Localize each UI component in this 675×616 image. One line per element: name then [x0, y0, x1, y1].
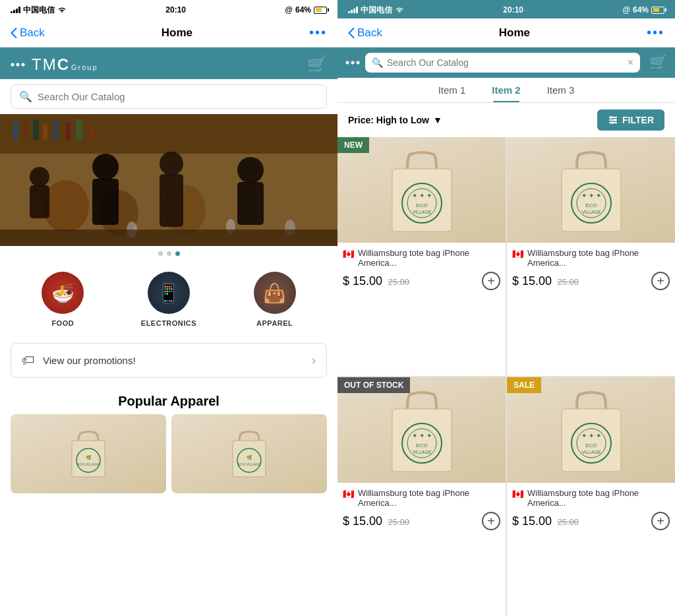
product-name-3: Williamsburg tote bag iPhone America... [358, 488, 500, 508]
price-group-2: $ 15.00 25.00 [512, 274, 579, 288]
tabs-row: Item 1 Item 2 Item 3 [338, 78, 675, 103]
price-original-2: 25.00 [558, 277, 579, 287]
svg-text:ECO VILLAGE: ECO VILLAGE [77, 462, 100, 466]
menu-dots-icon-2[interactable] [345, 57, 360, 68]
svg-rect-6 [13, 121, 18, 140]
svg-text:✦ ✦ ✦: ✦ ✦ ✦ [581, 432, 601, 439]
search-input-1[interactable] [38, 91, 318, 102]
svg-rect-13 [89, 124, 94, 140]
svg-rect-49 [392, 169, 452, 231]
status-left-2: 中国电信 [348, 5, 404, 16]
product-info-2: 🇨🇦 Williamsburg tote bag iPhone America.… [507, 243, 675, 295]
svg-point-42 [357, 61, 360, 65]
product-flag-1: 🇨🇦 [343, 249, 354, 259]
svg-text:VILLAGE: VILLAGE [581, 450, 601, 454]
location-icon-2: @ [622, 5, 630, 15]
search-input-2[interactable] [387, 57, 624, 68]
product-card-4[interactable]: SALE ✦ ✦ ✦ ECO VILLAGE 🇨� [507, 377, 675, 616]
chevron-right-icon: › [312, 354, 316, 367]
status-bar-2: 中国电信 20:10 @ 64% [338, 0, 675, 18]
add-button-3[interactable]: + [482, 512, 500, 530]
category-food[interactable]: 🍜 FOOD [42, 272, 84, 327]
product-card-1[interactable]: NEW ✦ ✦ ✦ ECO VILLAGE 🇨🇦 [338, 137, 506, 376]
svg-rect-5 [0, 114, 338, 154]
product-info-3: 🇨🇦 Williamsburg tote bag iPhone America.… [338, 483, 506, 536]
price-row-1: $ 15.00 25.00 + [343, 272, 500, 290]
search-icon-1: 🔍 [19, 90, 32, 103]
dot-2[interactable] [167, 251, 171, 256]
popular-product-2[interactable]: 🌿 ECO VILLAGE [171, 414, 327, 493]
popular-product-1[interactable]: 🌿 ECO VILLAGE [11, 414, 166, 493]
svg-text:✦ ✦ ✦: ✦ ✦ ✦ [581, 192, 601, 199]
svg-point-14 [43, 180, 89, 233]
category-food-icon: 🍜 [42, 272, 84, 314]
product-name-1: Williamsburg tote bag iPhone America... [358, 248, 500, 268]
svg-rect-12 [76, 119, 82, 140]
product-card-2[interactable]: ✦ ✦ ✦ ECO VILLAGE 🇨🇦 Williamsburg tote b… [507, 137, 675, 376]
clear-search-button[interactable]: × [628, 57, 633, 69]
price-original-1: 25.00 [388, 277, 410, 287]
signal-icon-2 [348, 7, 358, 13]
product-name-row-4: 🇨🇦 Williamsburg tote bag iPhone America.… [512, 488, 670, 508]
product-card-3[interactable]: OUT OF STOCK ✦ ✦ ✦ ECO VILLAGE [338, 377, 506, 616]
price-current-3: $ 15.00 [343, 514, 382, 528]
search-bar-2[interactable]: 🔍 × [365, 53, 640, 73]
add-button-4[interactable]: + [651, 512, 670, 530]
nav-bar-2: Back Home ••• [338, 18, 675, 47]
search-icon-2: 🔍 [372, 57, 383, 68]
tote-bag-2-svg: 🌿 ECO VILLAGE [226, 427, 272, 480]
tote-img-1: ✦ ✦ ✦ ECO VILLAGE [338, 137, 506, 243]
wifi-icon-2 [395, 5, 404, 15]
location-icon: @ [285, 5, 293, 15]
svg-text:🌿: 🌿 [86, 454, 92, 460]
tab-item2[interactable]: Item 2 [479, 78, 533, 102]
promo-banner[interactable]: 🏷 View our promotions! › [11, 343, 327, 378]
tab-item1[interactable]: Item 1 [425, 78, 479, 102]
cart-button-2[interactable]: 🛒 [649, 54, 667, 71]
back-button-2[interactable]: Back [348, 26, 382, 40]
category-apparel-label: APPAREL [256, 319, 293, 327]
popular-product-2-img: 🌿 ECO VILLAGE [171, 414, 327, 493]
price-current-1: $ 15.00 [343, 274, 382, 288]
phone-2: 中国电信 20:10 @ 64% Back [338, 0, 675, 616]
more-button-1[interactable]: ••• [309, 25, 327, 40]
sort-button[interactable]: Price: High to Low ▼ [348, 115, 442, 125]
price-original-3: 25.00 [388, 517, 410, 527]
category-apparel[interactable]: 👜 APPAREL [254, 272, 296, 327]
category-electronics-label: ELECTRONICS [141, 319, 196, 327]
menu-dots-icon[interactable] [11, 57, 29, 72]
product-flag-2: 🇨🇦 [512, 249, 523, 259]
add-button-1[interactable]: + [482, 272, 500, 290]
tab-item2-label: Item 2 [492, 84, 520, 96]
more-button-2[interactable]: ••• [647, 25, 664, 40]
add-button-2[interactable]: + [651, 272, 670, 290]
svg-rect-63 [392, 409, 452, 472]
time-label: 20:10 [165, 5, 186, 15]
tab-item3[interactable]: Item 3 [534, 78, 588, 102]
filter-button[interactable]: FILTER [597, 109, 664, 131]
back-button-1[interactable]: Back [11, 26, 45, 40]
price-original-4: 25.00 [558, 517, 579, 527]
product-badge-1: NEW [338, 137, 369, 153]
dot-3[interactable] [175, 251, 180, 256]
svg-rect-24 [237, 182, 264, 225]
tote-img-2: ✦ ✦ ✦ ECO VILLAGE [507, 137, 675, 243]
svg-rect-18 [30, 185, 49, 218]
search-bar-1[interactable]: 🔍 [11, 84, 327, 109]
cart-button-1[interactable]: 🛒 [307, 55, 327, 74]
svg-point-19 [92, 154, 119, 180]
category-electronics[interactable]: 📱 ELECTRONICS [141, 272, 196, 327]
product-name-row-3: 🇨🇦 Williamsburg tote bag iPhone America.… [343, 488, 500, 508]
tab-item1-label: Item 1 [438, 84, 466, 96]
svg-text:VILLAGE: VILLAGE [581, 210, 601, 214]
dot-1[interactable] [158, 251, 163, 256]
svg-rect-8 [33, 119, 39, 140]
category-food-label: FOOD [51, 319, 74, 327]
back-label-1: Back [20, 26, 45, 40]
nav-title-1: Home [161, 26, 192, 40]
svg-text:ECO: ECO [585, 443, 597, 448]
svg-text:VILLAGE: VILLAGE [412, 450, 432, 454]
filter-bar: Price: High to Low ▼ FILTER [338, 103, 675, 137]
price-group-3: $ 15.00 25.00 [343, 514, 409, 528]
app-header-1: TMCGroup 🛒 [0, 47, 338, 79]
